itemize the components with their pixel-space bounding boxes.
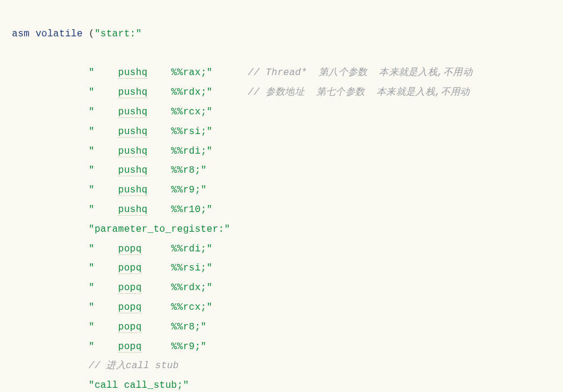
code-line: " pushq %%rsi;": [12, 122, 563, 142]
string-literal: "call call_stub;": [89, 380, 189, 391]
indent: [12, 322, 89, 332]
string-post: %%r9;": [142, 341, 207, 352]
string-literal: "parameter_to_register:": [89, 224, 231, 235]
keyword-asm: asm: [12, 29, 30, 39]
string-mnemonic: popq: [118, 341, 142, 353]
string-mnemonic: popq: [118, 322, 142, 333]
code-line: " popq %%rcx;": [12, 298, 563, 318]
string-mnemonic: pushq: [118, 204, 148, 216]
string-post: %%rsi;": [148, 126, 213, 137]
indent: [12, 204, 89, 215]
indent: [12, 107, 89, 117]
string-mnemonic: pushq: [118, 165, 148, 176]
string-post: %%rdi;": [142, 244, 213, 254]
string-pre: ": [89, 244, 119, 254]
code-line: " popq %%rsi;": [12, 259, 563, 278]
indent: [12, 302, 89, 313]
string-mnemonic: pushq: [118, 146, 148, 157]
string-mnemonic: popq: [118, 263, 142, 274]
string-label: "start:": [95, 29, 142, 39]
string-post: %%rdx;": [148, 87, 213, 98]
string-pre: ": [89, 87, 119, 98]
code-block: asm volatile ("start:" " pushq %%rax;" /…: [12, 5, 563, 392]
string-post: %%rax;": [148, 67, 213, 78]
indent: [12, 224, 89, 235]
code-line: " pushq %%rax;" // Thread* 第八个参数 本来就是入栈,…: [12, 63, 563, 83]
comment: // 进入call stub: [89, 360, 179, 371]
string-pre: ": [89, 67, 119, 78]
paren-open: (: [89, 29, 95, 39]
indent: [12, 67, 89, 78]
string-mnemonic: pushq: [118, 185, 148, 196]
string-post: %%r9;": [148, 185, 207, 195]
string-mnemonic: popq: [118, 302, 142, 313]
string-post: %%rcx;": [148, 107, 213, 117]
code-line: " popq %%r8;": [12, 318, 563, 337]
string-pre: ": [89, 204, 119, 215]
indent: [12, 244, 89, 254]
code-line: " pushq %%r9;": [12, 181, 563, 200]
string-post: %%r10;": [148, 204, 213, 215]
indent: [12, 282, 89, 293]
string-post: %%rdi;": [148, 146, 213, 157]
comment: // 参数地址 第七个参数 本来就是入栈,不用动: [248, 87, 470, 98]
string-pre: ": [89, 126, 119, 137]
indent: [12, 126, 89, 137]
string-post: %%rsi;": [142, 263, 213, 273]
code-line: // 进入call stub: [12, 356, 563, 376]
string-pre: ": [89, 282, 119, 293]
code-line: " popq %%rdx;": [12, 278, 563, 298]
code-line: "call call_stub;": [12, 376, 563, 392]
code-line: " pushq %%r10;": [12, 200, 563, 220]
string-mnemonic: pushq: [118, 126, 148, 138]
keyword-volatile: volatile: [36, 29, 83, 39]
string-post: %%rdx;": [142, 282, 213, 293]
code-line: " pushq %%r8;": [12, 161, 563, 181]
string-pre: ": [89, 146, 119, 157]
code-line: " popq %%rdi;": [12, 239, 563, 259]
indent: [12, 165, 89, 176]
string-mnemonic: pushq: [118, 87, 148, 98]
gap: [213, 67, 248, 78]
string-mnemonic: popq: [118, 244, 142, 255]
indent: [12, 146, 89, 157]
indent: [12, 380, 89, 391]
code-line: " popq %%r9;": [12, 337, 563, 357]
string-post: %%rcx;": [142, 302, 213, 313]
indent: [12, 263, 89, 273]
string-mnemonic: pushq: [118, 107, 148, 118]
code-line: " pushq %%rdi;": [12, 142, 563, 161]
string-post: %%r8;": [148, 165, 207, 176]
string-mnemonic: pushq: [118, 67, 148, 79]
string-pre: ": [89, 165, 119, 176]
string-pre: ": [89, 263, 119, 273]
string-pre: ": [89, 322, 119, 332]
string-pre: ": [89, 107, 119, 117]
indent: [12, 185, 89, 195]
code-line: asm volatile ("start:": [12, 24, 563, 44]
code-line: " pushq %%rcx;": [12, 102, 563, 122]
indent: [12, 360, 89, 371]
string-pre: ": [89, 302, 119, 313]
string-pre: ": [89, 185, 119, 195]
indent: [12, 341, 89, 352]
string-post: %%r8;": [142, 322, 207, 332]
string-mnemonic: popq: [118, 282, 142, 294]
code-line: " pushq %%rdx;" // 参数地址 第七个参数 本来就是入栈,不用动: [12, 83, 563, 102]
gap: [213, 87, 248, 98]
string-pre: ": [89, 341, 119, 352]
code-line: "parameter_to_register:": [12, 220, 563, 239]
indent: [12, 87, 89, 98]
comment: // Thread* 第八个参数 本来就是入栈,不用动: [248, 67, 472, 78]
